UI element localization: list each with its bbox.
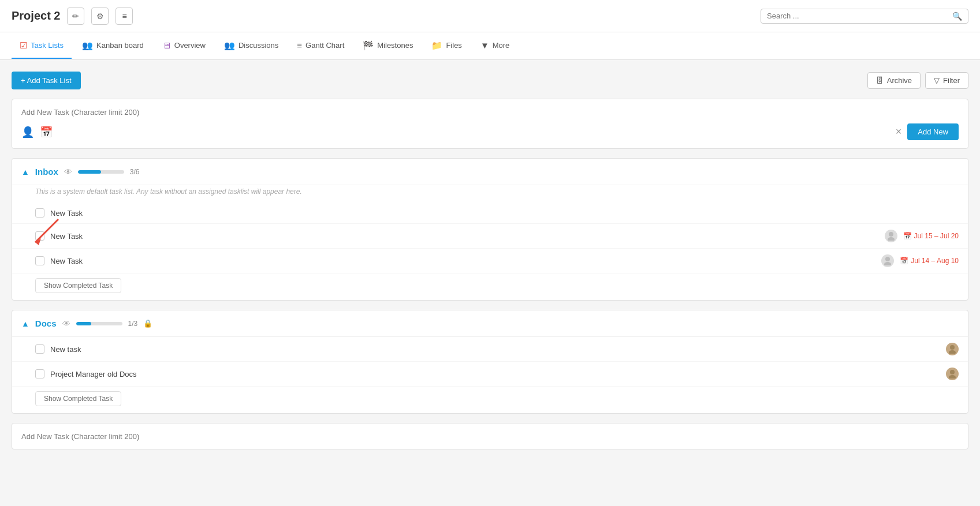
svg-point-6: [950, 345, 955, 350]
add-task-footer: 👤 📅 × Add New: [21, 123, 959, 140]
tab-more-label: More: [493, 41, 510, 50]
discussions-icon: 👥: [224, 40, 235, 51]
show-completed-docs-button[interactable]: Show Completed Task: [35, 391, 121, 406]
task-name-2[interactable]: New Task: [50, 232, 879, 241]
add-task-panel-bottom: [12, 423, 968, 449]
search-icon: 🔍: [952, 12, 962, 21]
tab-files-label: Files: [446, 41, 461, 50]
add-task-input[interactable]: [21, 108, 959, 117]
filter-button[interactable]: ▽ Filter: [925, 72, 968, 89]
inbox-progress-fill: [78, 170, 101, 174]
filter-label: Filter: [943, 76, 960, 85]
gantt-icon: ≡: [297, 40, 302, 50]
task-row: New Task 📅 Jul 15 – Jul 20: [12, 224, 968, 249]
add-task-list-label: + Add Task List: [21, 76, 72, 85]
task-list-docs: ▲ Docs 👁 1/3 🔒 New task Project Manager …: [12, 310, 968, 414]
more-chevron-icon: ▼: [480, 40, 489, 50]
search-input[interactable]: [767, 12, 949, 20]
archive-label: Archive: [887, 76, 912, 85]
tab-task-lists[interactable]: ☑ Task Lists: [12, 33, 72, 59]
toolbar: + Add Task List 🗄 Archive ▽ Filter: [12, 72, 968, 89]
add-task-icons: 👤 📅: [21, 126, 53, 138]
top-bar: Project 2 ✏ ⚙ ≡ 🔍: [0, 0, 980, 32]
overview-icon: 🖥: [162, 40, 171, 50]
task-checkbox-4[interactable]: [35, 344, 44, 354]
docs-collapse-icon[interactable]: ▲: [21, 319, 29, 328]
main-content: + Add Task List 🗄 Archive ▽ Filter 👤 📅 ×: [0, 60, 980, 506]
tab-milestones-label: Milestones: [377, 41, 413, 50]
show-completed-inbox-label: Show Completed Task: [44, 282, 113, 290]
task-name-5[interactable]: Project Manager old Docs: [50, 370, 940, 378]
add-new-button[interactable]: Add New: [907, 123, 959, 140]
add-new-label: Add New: [918, 128, 948, 136]
task-meta-4: [946, 343, 959, 355]
task-meta-2: 📅 Jul 15 – Jul 20: [885, 230, 959, 242]
task-checkbox-5[interactable]: [35, 369, 44, 378]
tab-files[interactable]: 📁 Files: [423, 33, 469, 59]
kanban-icon: 👥: [82, 40, 93, 51]
settings-button[interactable]: ⚙: [91, 8, 109, 25]
inbox-visibility-icon[interactable]: 👁: [64, 167, 72, 177]
add-task-input-bottom[interactable]: [21, 432, 959, 441]
top-bar-left: Project 2 ✏ ⚙ ≡: [12, 8, 133, 25]
tab-gantt-chart[interactable]: ≡ Gantt Chart: [289, 33, 352, 58]
tab-overview[interactable]: 🖥 Overview: [154, 33, 214, 58]
task-checkbox-2[interactable]: [35, 231, 44, 241]
close-button[interactable]: ×: [896, 126, 902, 138]
docs-progress-bar: [76, 322, 122, 325]
show-completed-inbox: Show Completed Task: [35, 278, 959, 293]
search-box: 🔍: [761, 9, 968, 24]
task-avatar-2: [885, 230, 897, 242]
task-list-docs-header: ▲ Docs 👁 1/3 🔒: [12, 310, 968, 337]
task-avatar-5: [946, 368, 959, 380]
inbox-title[interactable]: Inbox: [35, 167, 58, 177]
svg-point-8: [950, 370, 955, 374]
edit-icon: ✏: [72, 12, 79, 21]
task-name-4[interactable]: New task: [50, 345, 940, 354]
task-avatar-3: [881, 254, 894, 267]
task-checkbox-3[interactable]: [35, 256, 44, 265]
task-checkbox-1[interactable]: [35, 208, 44, 218]
toolbar-right: 🗄 Archive ▽ Filter: [867, 72, 968, 89]
docs-progress-fill: [76, 322, 91, 325]
archive-icon: 🗄: [876, 76, 884, 85]
tab-task-lists-label: Task Lists: [31, 41, 64, 50]
task-row: New Task: [12, 203, 968, 224]
calendar-icon-3: 📅: [900, 257, 908, 265]
inbox-progress-text: 3/6: [130, 168, 140, 176]
tab-milestones[interactable]: 🏁 Milestones: [355, 33, 421, 59]
show-completed-docs-label: Show Completed Task: [44, 395, 113, 403]
svg-point-5: [884, 262, 891, 265]
doc-button[interactable]: ≡: [115, 8, 133, 25]
person-icon[interactable]: 👤: [21, 126, 34, 138]
svg-point-2: [889, 232, 893, 237]
calendar-icon-2: 📅: [903, 232, 912, 240]
tab-discussions[interactable]: 👥 Discussions: [216, 33, 286, 59]
task-list-inbox: ▲ Inbox 👁 3/6 This is a system default t…: [12, 158, 968, 301]
inbox-collapse-icon[interactable]: ▲: [21, 167, 29, 177]
docs-progress-text: 1/3: [128, 320, 138, 328]
add-task-list-button[interactable]: + Add Task List: [12, 72, 81, 89]
task-avatar-4: [946, 343, 959, 355]
calendar-icon[interactable]: 📅: [40, 126, 53, 138]
archive-button[interactable]: 🗄 Archive: [867, 72, 921, 89]
edit-button[interactable]: ✏: [67, 8, 84, 25]
task-name-1[interactable]: New Task: [50, 209, 959, 218]
task-list-inbox-header: ▲ Inbox 👁 3/6: [12, 159, 968, 185]
docs-title[interactable]: Docs: [35, 318, 57, 328]
svg-point-4: [885, 257, 890, 261]
show-completed-inbox-button[interactable]: Show Completed Task: [35, 278, 121, 293]
settings-icon: ⚙: [96, 12, 104, 21]
add-task-panel: 👤 📅 × Add New: [12, 99, 968, 149]
task-name-3[interactable]: New Task: [50, 257, 875, 265]
tab-gantt-label: Gantt Chart: [305, 41, 344, 50]
tab-kanban-board[interactable]: 👥 Kanban board: [74, 33, 152, 59]
show-completed-docs: Show Completed Task: [35, 391, 959, 406]
tab-more[interactable]: ▼ More: [472, 33, 517, 58]
add-task-actions: × Add New: [896, 123, 959, 140]
task-row: New task: [12, 337, 968, 362]
tab-overview-label: Overview: [174, 41, 206, 50]
task-row: Project Manager old Docs: [12, 362, 968, 387]
docs-visibility-icon[interactable]: 👁: [62, 319, 70, 328]
tab-discussions-label: Discussions: [239, 41, 278, 50]
